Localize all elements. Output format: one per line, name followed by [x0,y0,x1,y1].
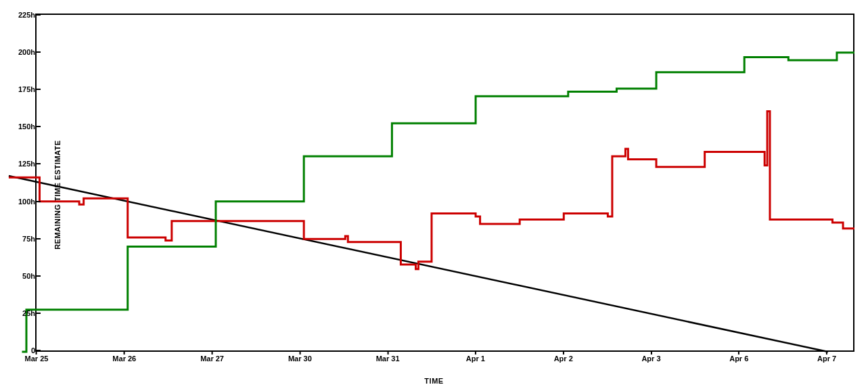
x-tick: Mar 26 [112,354,136,363]
x-tick: Mar 25 [25,354,49,363]
x-tick: Mar 27 [200,354,224,363]
x-tick: Apr 2 [554,354,573,363]
x-tick: Apr 1 [466,354,485,363]
y-tick: 100h [18,198,35,206]
y-tick: 150h [18,122,35,131]
y-tick: 50h [22,272,35,280]
x-tick: Apr 7 [817,354,836,363]
x-tick: Mar 31 [376,354,400,363]
y-tick: 175h [18,85,35,93]
burndown-chart: REMAINING TIME ESTIMATE TIME 025h50h75h1… [0,0,868,389]
y-tick: 125h [18,160,35,168]
series-completed-scope [22,53,854,352]
y-tick: 225h [18,11,35,19]
chart-lines [35,14,854,352]
series-remaining-estimate [9,111,854,269]
x-tick: Apr 6 [729,354,748,363]
y-tick: 25h [22,309,35,317]
x-tick: Apr 3 [641,354,660,363]
x-axis-label: TIME [424,377,443,385]
y-tick: 75h [22,235,35,243]
y-tick: 200h [18,48,35,56]
x-tick: Mar 30 [288,354,312,363]
plot-area: 025h50h75h100h125h150h175h200h225hMar 25… [35,14,854,352]
y-tick: 0 [31,346,35,354]
